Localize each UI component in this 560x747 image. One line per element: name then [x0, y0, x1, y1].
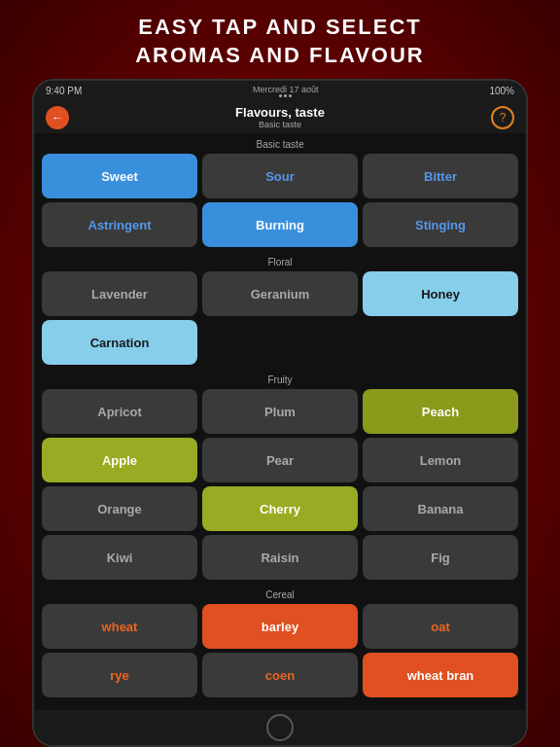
grid-row: OrangeCherryBanana — [42, 486, 518, 531]
grid-row: ryecoenwheat bran — [42, 653, 518, 697]
device-frame: 9:40 PM Mercredi 17 août 100% ← Flavours… — [32, 79, 528, 747]
grid-row: KiwiRaisinFig — [42, 535, 518, 580]
cell-2-3-0[interactable]: Kiwi — [42, 535, 197, 580]
nav-title: Flavours, taste — [235, 105, 325, 120]
nav-subtitle: Basic taste — [259, 120, 301, 129]
grid-row: Carnation — [42, 320, 518, 365]
section-label-3: Cereal — [42, 584, 518, 604]
section-label-1: Floral — [42, 251, 518, 271]
help-icon: ? — [500, 111, 507, 124]
cell-3-0-0[interactable]: wheat — [42, 604, 197, 649]
grid-row: ApricotPlumPeach — [42, 389, 518, 434]
section-label-2: Fruity — [42, 369, 518, 389]
cell-3-1-2[interactable]: wheat bran — [363, 653, 518, 697]
cell-2-0-0[interactable]: Apricot — [42, 389, 197, 434]
scroll-area[interactable]: Basic tasteSweetSourBitterAstringentBurn… — [34, 133, 526, 710]
cell-1-0-1[interactable]: Geranium — [202, 271, 358, 316]
cell-2-3-2[interactable]: Fig — [363, 535, 518, 580]
cell-3-1-0[interactable]: rye — [42, 653, 197, 697]
cell-2-1-2[interactable]: Lemon — [363, 438, 518, 482]
cell-2-3-1[interactable]: Raisin — [202, 535, 358, 580]
cell-0-1-2[interactable]: Stinging — [363, 202, 518, 247]
home-button[interactable] — [266, 714, 294, 741]
grid-row: LavenderGeraniumHoney — [42, 271, 518, 316]
cell-1-1-2 — [363, 320, 518, 365]
back-button[interactable]: ← — [46, 106, 69, 129]
status-bar: 9:40 PM Mercredi 17 août 100% — [34, 81, 526, 101]
cell-1-0-2[interactable]: Honey — [363, 271, 518, 316]
nav-title-area: Flavours, taste Basic taste — [235, 105, 325, 129]
grid-row: SweetSourBitter — [42, 154, 518, 198]
cell-3-0-1[interactable]: barley — [202, 604, 358, 649]
cell-0-0-0[interactable]: Sweet — [42, 154, 197, 198]
cell-1-1-1 — [202, 320, 358, 365]
cell-0-1-1[interactable]: Burning — [202, 202, 358, 247]
cell-1-1-0[interactable]: Carnation — [42, 320, 197, 365]
status-signal: 100% — [489, 86, 514, 96]
grid-row: ApplePearLemon — [42, 438, 518, 482]
help-button[interactable]: ? — [491, 106, 514, 129]
section-label-0: Basic taste — [42, 133, 518, 154]
cell-2-2-2[interactable]: Banana — [363, 486, 518, 531]
bottom-bar — [34, 710, 526, 745]
cell-3-0-2[interactable]: oat — [363, 604, 518, 649]
cell-2-0-1[interactable]: Plum — [202, 389, 358, 434]
cell-2-0-2[interactable]: Peach — [363, 389, 518, 434]
nav-bar: ← Flavours, taste Basic taste ? — [34, 101, 526, 133]
grid-row: AstringentBurningStinging — [42, 202, 518, 247]
status-date: Mercredi 17 août — [253, 85, 319, 94]
cell-3-1-1[interactable]: coen — [202, 653, 358, 697]
status-time: 9:40 PM — [46, 86, 82, 96]
back-icon: ← — [52, 111, 63, 124]
cell-2-2-0[interactable]: Orange — [42, 486, 197, 531]
status-dots — [279, 94, 292, 97]
cell-2-1-1[interactable]: Pear — [202, 438, 358, 482]
cell-0-0-1[interactable]: Sour — [202, 154, 358, 198]
cell-0-0-2[interactable]: Bitter — [363, 154, 518, 198]
grid-row: wheatbarleyoat — [42, 604, 518, 649]
app-title: EASY TAP AND SELECT AROMAS AND FLAVOUR — [135, 14, 425, 69]
cell-2-1-0[interactable]: Apple — [42, 438, 197, 482]
cell-0-1-0[interactable]: Astringent — [42, 202, 197, 247]
cell-2-2-1[interactable]: Cherry — [202, 486, 358, 531]
cell-1-0-0[interactable]: Lavender — [42, 271, 197, 316]
